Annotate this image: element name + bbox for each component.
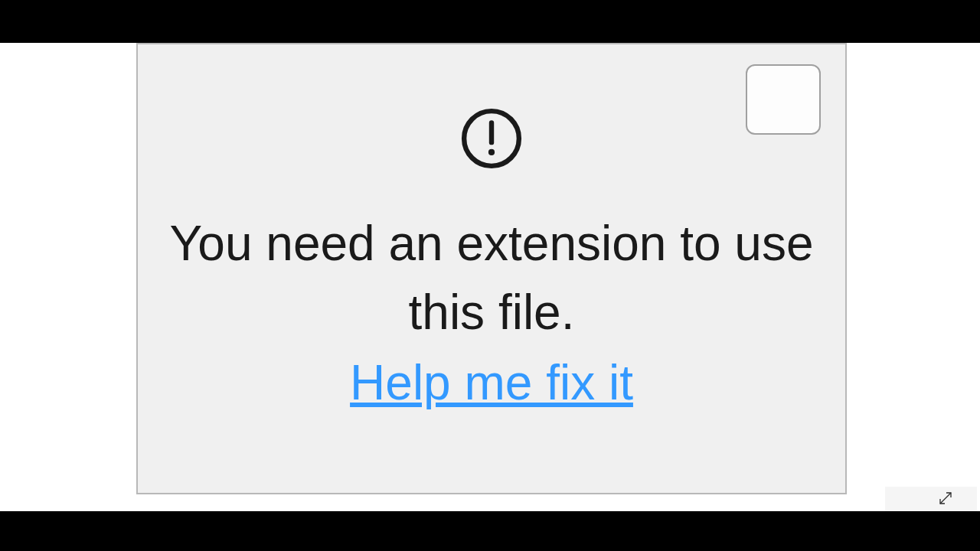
letterbox-bottom [0, 511, 980, 551]
svg-point-2 [488, 149, 495, 155]
alert-icon [460, 107, 523, 173]
svg-line-3 [940, 493, 951, 504]
extension-needed-dialog: You need an extension to use this file. … [136, 43, 847, 494]
dialog-message: You need an extension to use this file. [138, 210, 845, 347]
letterbox-top [0, 0, 980, 43]
resize-handle-icon[interactable] [939, 491, 952, 505]
background-strip [885, 487, 977, 511]
help-me-fix-it-link[interactable]: Help me fix it [350, 354, 633, 411]
close-button[interactable] [746, 64, 821, 135]
